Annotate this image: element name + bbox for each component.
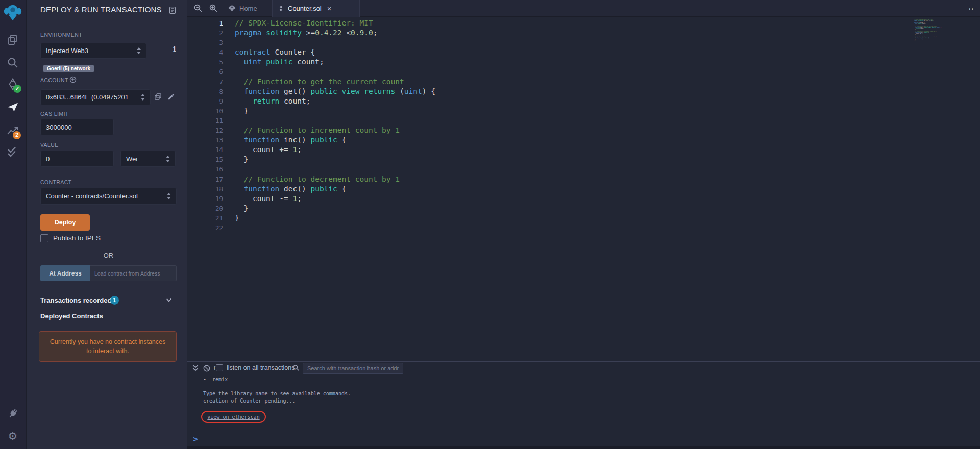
- code-line[interactable]: 1// SPDX-License-Identifier: MIT: [187, 18, 980, 28]
- terminal-line: Type the library name to see available c…: [203, 390, 351, 397]
- zoom-in-icon[interactable]: [209, 4, 218, 13]
- code-text: function dec() public {: [223, 184, 346, 194]
- or-divider-label: OR: [40, 252, 177, 259]
- line-number: 9: [187, 96, 223, 106]
- analytics-count-badge: 2: [13, 131, 21, 139]
- code-line[interactable]: 3: [187, 38, 980, 47]
- deploy-button[interactable]: Deploy: [40, 214, 90, 231]
- code-line[interactable]: 22: [187, 223, 980, 233]
- line-number: 6: [187, 67, 223, 77]
- code-line[interactable]: 16: [187, 164, 980, 174]
- remix-logo-icon[interactable]: [3, 3, 22, 22]
- value-unit-select[interactable]: Wei: [120, 151, 176, 167]
- deploy-run-icon[interactable]: [7, 101, 19, 113]
- line-number: 3: [187, 38, 223, 47]
- edit-account-icon[interactable]: [167, 93, 175, 101]
- code-editor[interactable]: 1// SPDX-License-Identifier: MIT2pragma …: [187, 17, 980, 361]
- publish-ipfs-label: Publish to IPFS: [53, 234, 101, 242]
- file-explorer-icon[interactable]: [7, 34, 19, 46]
- solidity-file-icon: [278, 5, 284, 12]
- plugin-manager-icon[interactable]: [7, 408, 19, 420]
- terminal-prompt[interactable]: >: [193, 434, 198, 444]
- code-line[interactable]: 17 // Function to decrement count by 1: [187, 174, 980, 184]
- resize-horizontal-icon[interactable]: ↔: [967, 3, 975, 12]
- terminal-search-icon[interactable]: [292, 364, 300, 371]
- code-text: [223, 223, 235, 233]
- transactions-count-badge: 1: [110, 296, 119, 305]
- zoom-out-icon[interactable]: [193, 4, 203, 13]
- panel-title: DEPLOY & RUN TRANSACTIONS: [40, 5, 162, 14]
- code-line[interactable]: 18 function dec() public {: [187, 184, 980, 194]
- clear-terminal-ban-icon[interactable]: [203, 364, 211, 372]
- code-text: pragma solidity >=0.4.22 <0.9.0;: [223, 28, 377, 38]
- code-text: // Function to decrement count by 1: [223, 174, 400, 184]
- documentation-icon[interactable]: [168, 6, 177, 14]
- listen-transactions-checkbox[interactable]: [216, 364, 223, 371]
- code-line[interactable]: 8 function get() public view returns (ui…: [187, 87, 980, 96]
- transactions-chevron-down-icon[interactable]: [165, 296, 173, 304]
- code-line[interactable]: 10 }: [187, 106, 980, 116]
- terminal-line: • remix: [203, 376, 351, 383]
- gas-limit-input[interactable]: 3000000: [40, 119, 114, 135]
- code-line[interactable]: 5 uint public count;: [187, 57, 980, 67]
- at-address-input[interactable]: [90, 265, 177, 281]
- compiler-success-badge: ✓: [13, 85, 21, 93]
- settings-gear-icon[interactable]: ⚙: [7, 430, 19, 442]
- line-number: 22: [187, 223, 223, 233]
- stepper-icon: [166, 156, 170, 162]
- line-number: 21: [187, 213, 223, 223]
- code-line[interactable]: 12 // Function to increment count by 1: [187, 126, 980, 135]
- code-text: }: [223, 204, 248, 213]
- unit-testing-icon[interactable]: [7, 145, 19, 158]
- editor-minimap[interactable]: // SPDX-License-Identifier: MITpragma so…: [914, 19, 947, 42]
- tab-counter-sol[interactable]: Counter.sol ×: [272, 0, 360, 17]
- gas-limit-value: 3000000: [46, 123, 72, 131]
- transactions-recorded-label: Transactions recorded: [40, 296, 111, 304]
- terminal-panel: 0 listen on all transactions • remixType…: [187, 361, 980, 449]
- at-address-button[interactable]: At Address: [40, 265, 90, 281]
- line-number: 10: [187, 106, 223, 116]
- editor-scrollbar-track[interactable]: [974, 17, 974, 361]
- line-number: 16: [187, 164, 223, 174]
- environment-select[interactable]: Injected Web3: [40, 43, 146, 59]
- close-tab-icon[interactable]: ×: [327, 4, 332, 13]
- line-number: 8: [187, 87, 223, 96]
- copy-account-icon[interactable]: [154, 93, 162, 101]
- code-line[interactable]: 6: [187, 67, 980, 77]
- code-line[interactable]: 7 // Function to get the current count: [187, 77, 980, 87]
- icon-rail: ✓ 2 ⚙: [0, 0, 26, 449]
- code-line[interactable]: 11: [187, 116, 980, 126]
- code-line[interactable]: 9 return count;: [187, 96, 980, 106]
- solidity-compiler-icon[interactable]: ✓: [7, 78, 19, 90]
- code-line[interactable]: 20 }: [187, 204, 980, 213]
- code-line[interactable]: 19 count -= 1;: [187, 194, 980, 204]
- terminal-search-input[interactable]: [303, 363, 403, 374]
- code-text: uint public count;: [223, 57, 324, 67]
- value-input[interactable]: 0: [40, 151, 114, 167]
- code-text: [223, 38, 235, 47]
- contract-select[interactable]: Counter - contracts/Counter.sol: [40, 188, 177, 205]
- collapse-terminal-double-chevron-icon[interactable]: [191, 364, 200, 372]
- publish-ipfs-checkbox[interactable]: [40, 234, 48, 242]
- search-icon[interactable]: [7, 57, 19, 69]
- code-line[interactable]: 13 function inc() public {: [187, 135, 980, 145]
- code-line[interactable]: 14 count += 1;: [187, 145, 980, 155]
- code-text: // SPDX-License-Identifier: MIT: [223, 18, 373, 28]
- code-line[interactable]: 21}: [187, 213, 980, 223]
- account-select[interactable]: 0x6B3...6864E (0.04975201: [40, 89, 151, 105]
- view-on-etherscan-link[interactable]: view on etherscan: [207, 414, 259, 420]
- environment-info-icon[interactable]: i: [173, 45, 176, 53]
- code-line[interactable]: 15 }: [187, 155, 980, 164]
- line-number: 1: [187, 18, 223, 28]
- terminal-line: creation of Counter pending...: [203, 397, 351, 405]
- code-line[interactable]: 2pragma solidity >=0.4.22 <0.9.0;: [187, 28, 980, 38]
- account-value: 0x6B3...6864E (0.04975201: [46, 93, 129, 101]
- deployed-contracts-label: Deployed Contracts: [40, 312, 103, 320]
- tab-home[interactable]: Home: [223, 0, 272, 17]
- code-line[interactable]: 4contract Counter {: [187, 47, 980, 57]
- analytics-icon[interactable]: 2: [7, 124, 19, 136]
- add-account-icon[interactable]: [69, 76, 77, 83]
- code-text: contract Counter {: [223, 47, 315, 57]
- stepper-icon: [141, 94, 145, 101]
- code-text: function inc() public {: [223, 135, 346, 145]
